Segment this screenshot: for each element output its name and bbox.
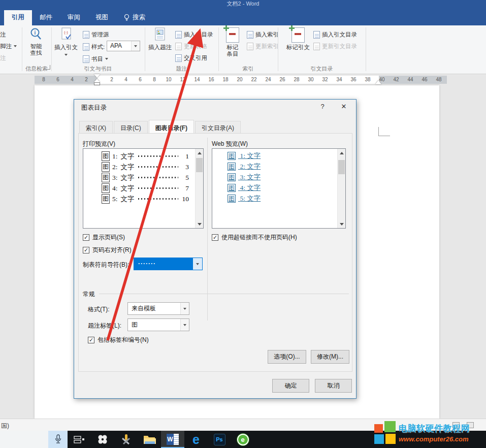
figure-field-tag: 图 xyxy=(102,162,110,172)
group-label-captions: 题注 xyxy=(145,65,218,73)
scroll-down-icon[interactable] xyxy=(196,220,204,228)
next-footnote-button-partial[interactable]: 脚注 xyxy=(0,41,17,51)
general-group-line xyxy=(99,294,349,294)
voice-input-button[interactable] xyxy=(48,431,68,448)
ribbon: 注 脚注 注 i 智能 查找 信息检索 (-) 插入引文 管理源 样式: xyxy=(0,25,486,74)
group-label-research: 信息检索 xyxy=(22,65,51,73)
general-group-label: 常规 xyxy=(83,290,98,299)
figure-field-tag: 图 xyxy=(102,194,110,204)
citation-style-combo[interactable]: APA xyxy=(107,41,140,51)
close-icon[interactable]: ✕ xyxy=(334,100,354,114)
insert-caption-button[interactable]: 插入题注 xyxy=(146,27,174,51)
mark-entry-button[interactable]: 标记 条目 xyxy=(220,27,245,57)
system-tools-button[interactable] xyxy=(114,431,138,448)
right-align-page-numbers-checkbox[interactable]: ✓ 页码右对齐(R) xyxy=(83,246,132,254)
cross-reference-button[interactable]: 交叉引用 xyxy=(175,53,207,63)
ok-button[interactable]: 确定 xyxy=(272,379,309,393)
help-button[interactable]: ? xyxy=(312,100,333,114)
tab-mailings[interactable]: 邮件 xyxy=(32,10,60,25)
scroll-down-icon[interactable] xyxy=(338,220,346,228)
style-icon xyxy=(83,43,89,51)
chevron-down-icon[interactable] xyxy=(180,319,189,331)
page-number: 1 xyxy=(181,152,189,161)
chevron-down-icon[interactable] xyxy=(131,41,140,51)
web-preview-box[interactable]: 图 1: 文字 图 2: 文字 图 3: 文字 图 4: 文字 xyxy=(212,148,346,229)
tab-view[interactable]: 视图 xyxy=(88,10,116,25)
figure-hyperlink: 图 2: 文字 xyxy=(228,163,261,170)
ruler-mid-numbers: 2468101214161820222426283032343638 xyxy=(105,76,375,84)
dot-leader xyxy=(137,166,178,168)
manage-sources-button[interactable]: 管理源 xyxy=(83,29,109,40)
tab-table-of-figures[interactable]: 图表目录(F) xyxy=(149,120,194,135)
word-taskbar-button[interactable]: W xyxy=(161,431,184,448)
smart-lookup-button[interactable]: i 智能 查找 xyxy=(23,27,49,56)
photoshop-button[interactable]: Ps xyxy=(208,431,231,448)
scrollbar-thumb[interactable] xyxy=(196,158,203,172)
group-separator xyxy=(366,27,366,71)
show-page-numbers-checkbox[interactable]: ✓ 显示页码(S) xyxy=(83,233,125,242)
edge-button[interactable]: e xyxy=(184,431,208,448)
scrollbar-thumb[interactable] xyxy=(338,160,345,174)
tab-leader-value: ······· xyxy=(138,260,156,267)
use-hyperlinks-checkbox[interactable]: ✓ 使用超链接而不使用页码(H) xyxy=(212,233,297,242)
language-status[interactable]: 国) xyxy=(1,422,9,430)
chevron-down-icon[interactable] xyxy=(193,258,202,270)
hanging-indent-marker[interactable] xyxy=(94,79,100,82)
checkbox-checked-icon[interactable]: ✓ xyxy=(83,247,89,253)
checkbox-checked-icon[interactable]: ✓ xyxy=(88,337,94,343)
print-preview-scrollbar[interactable] xyxy=(195,149,203,228)
web-preview-list: 图 1: 文字 图 2: 文字 图 3: 文字 图 4: 文字 xyxy=(212,149,345,204)
print-preview-entry: 图 5: 文字 10 xyxy=(83,194,194,204)
group-label-index: 索引 xyxy=(218,65,278,73)
scroll-up-icon[interactable] xyxy=(338,149,346,157)
insert-caption-icon xyxy=(153,27,167,42)
figure-hyperlink: 图 5: 文字 xyxy=(228,195,261,202)
column-divider xyxy=(207,138,208,321)
file-explorer-button[interactable] xyxy=(138,431,161,448)
first-line-indent-marker[interactable] xyxy=(94,74,100,78)
tab-references[interactable]: 引用 xyxy=(4,10,32,25)
dialog-title-bar[interactable]: 图表目录 ? ✕ xyxy=(74,100,356,115)
caption-label-combo[interactable]: 图 xyxy=(127,318,189,331)
group-label-citations: 引文与书目 xyxy=(51,65,145,73)
horizontal-ruler[interactable]: 8642 2468101214161820222426283032343638 … xyxy=(0,74,486,85)
scroll-up-icon[interactable] xyxy=(196,149,204,157)
ime-toolbar-button[interactable] xyxy=(68,431,91,448)
update-table-icon xyxy=(175,43,182,50)
insert-table-of-figures-button[interactable]: 插入表目录 xyxy=(175,29,213,40)
print-preview-box[interactable]: 图 1: 文字 1 图 2: 文字 3 xyxy=(83,148,204,229)
ribbon-tab-strip: 引用 邮件 审阅 视图 搜索 xyxy=(0,11,486,25)
app-flower-button[interactable] xyxy=(91,431,114,448)
chevron-down-icon[interactable] xyxy=(180,303,189,314)
modify-button[interactable]: 修改(M)... xyxy=(311,350,349,364)
print-preview-label: 打印预览(V) xyxy=(83,140,115,148)
svg-text:(-): (-) xyxy=(64,30,68,35)
web-preview-entry: 图 5: 文字 xyxy=(212,194,336,204)
checkbox-checked-icon[interactable]: ✓ xyxy=(212,234,218,241)
tab-leader-label: 制表符前导符(B): xyxy=(83,261,129,269)
insert-citation-button[interactable]: (-) 插入引文 xyxy=(53,27,79,57)
ruler-right-numbers: 4042444648 xyxy=(375,76,446,84)
browser-360-button[interactable]: e xyxy=(231,431,254,448)
chevron-down-icon xyxy=(64,54,68,56)
bibliography-button[interactable]: 书目 xyxy=(83,54,108,64)
insert-table-of-authorities-button[interactable]: 插入引文目录 xyxy=(313,29,357,40)
cancel-button[interactable]: 取消 xyxy=(315,379,352,393)
insert-endnote-button-partial[interactable]: 注 xyxy=(0,29,6,40)
web-preview-scrollbar[interactable] xyxy=(337,149,345,228)
include-label-number-checkbox[interactable]: ✓ 包括标签和编号(N) xyxy=(88,336,149,344)
checkbox-checked-icon[interactable]: ✓ xyxy=(83,234,89,241)
print-preview-entry: 图 3: 文字 5 xyxy=(83,172,194,183)
tab-review[interactable]: 审阅 xyxy=(60,10,88,25)
show-notes-button-partial: 注 xyxy=(0,53,6,63)
tab-leader-combo[interactable]: ······· xyxy=(134,258,203,270)
mark-citation-button[interactable]: 标记引文 xyxy=(285,27,311,51)
window-title: 文档2 - Word xyxy=(227,1,260,7)
print-preview-entry: 图 2: 文字 3 xyxy=(83,162,194,172)
edge-icon: e xyxy=(192,434,200,445)
insert-index-button[interactable]: 插入索引 xyxy=(247,29,279,40)
format-combo[interactable]: 来自模板 xyxy=(127,302,189,315)
tab-search[interactable]: 搜索 xyxy=(116,10,153,25)
options-button[interactable]: 选项(O)... xyxy=(268,350,306,364)
right-indent-marker[interactable] xyxy=(375,80,381,84)
